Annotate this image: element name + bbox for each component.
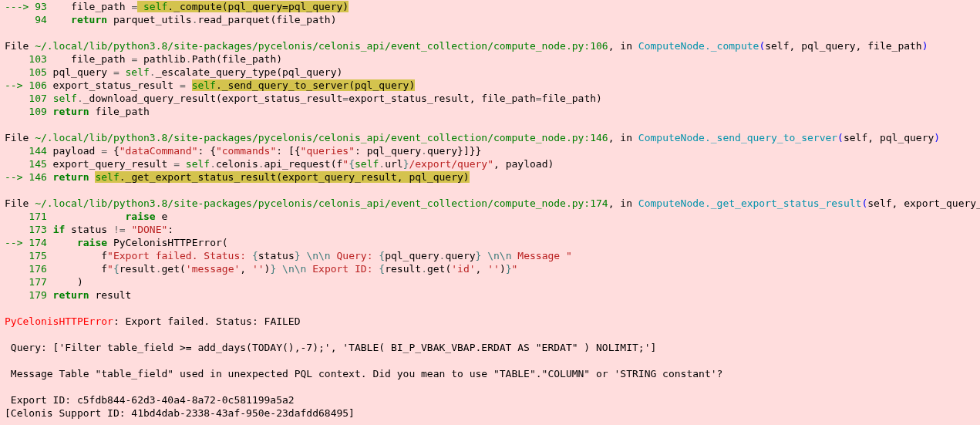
line-arrow: --> 174 <box>5 237 47 248</box>
frame-header: File ~/.local/lib/python3.8/site-package… <box>5 197 980 209</box>
error-support-id: [Celonis Support ID: 41bd4dab-2338-43af-… <box>5 407 355 419</box>
frame-header: File ~/.local/lib/python3.8/site-package… <box>5 132 940 143</box>
traceback-output: ---> 93 file_path = self._compute(pql_qu… <box>0 0 980 424</box>
line-arrow: ---> 93 <box>5 1 47 12</box>
error-message: Message Table "table_field" used in unex… <box>5 368 722 379</box>
error-export-id: Export ID: c5fdb844-62d3-40a4-8a72-0c581… <box>5 394 295 406</box>
frame-header: File ~/.local/lib/python3.8/site-package… <box>5 40 928 52</box>
error-name: PyCelonisHTTPError <box>5 315 113 327</box>
line-arrow: --> 146 <box>5 171 47 183</box>
error-summary: : Export failed. Status: FAILED <box>113 315 301 327</box>
error-query: Query: ['Filter table_field >= add_days(… <box>5 342 656 353</box>
line-arrow: --> 106 <box>5 79 47 91</box>
